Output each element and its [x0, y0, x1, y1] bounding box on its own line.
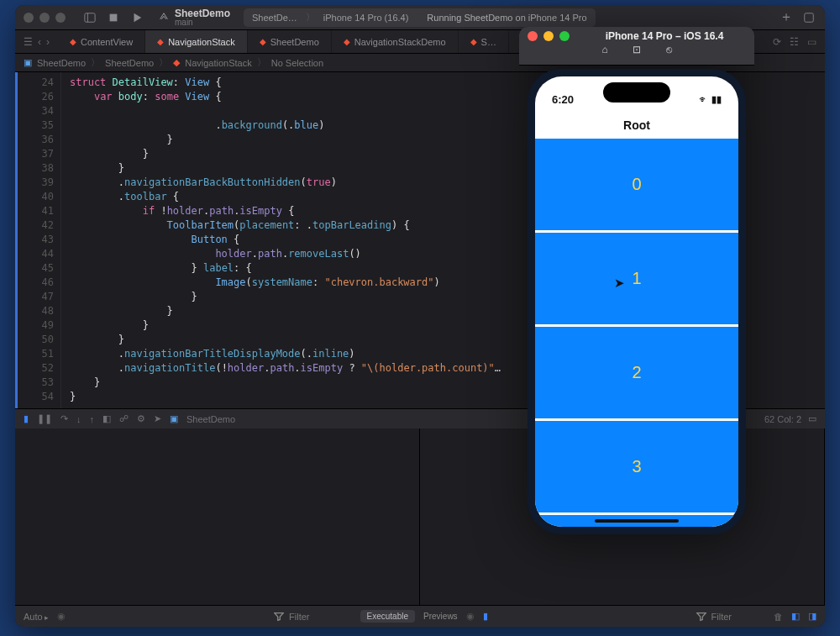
cursor-position: 62 Col: 2 ▭	[764, 413, 816, 424]
file-tab[interactable]: ◆ NavigationStack	[145, 30, 248, 53]
swift-icon: ◆	[173, 57, 180, 68]
variables-view[interactable]	[15, 428, 420, 605]
eye-icon[interactable]: ◉	[466, 611, 475, 622]
view-debug-icon[interactable]: ◧	[102, 413, 111, 424]
run-status: Running SheetDemo on iPhone 14 Pro	[427, 13, 586, 23]
editor-options: ⟳ ☷ ▭	[764, 30, 825, 53]
library-icon[interactable]	[801, 10, 816, 25]
stop-button[interactable]	[106, 10, 121, 25]
cursor-position-label: 62 Col: 2	[764, 414, 801, 424]
tab-label: NavigationStack	[168, 37, 235, 47]
sim-traffic-lights[interactable]	[528, 31, 570, 41]
breadcrumb-item[interactable]: No Selection	[271, 58, 323, 68]
pause-icon[interactable]: ❚❚	[37, 413, 52, 424]
debug-active-icon[interactable]: ▮	[24, 413, 29, 424]
bottom-bar: Auto ◉ Filter Executable Previews ◉ ▮ Fi…	[15, 605, 825, 627]
inspector-toggle-icon[interactable]: ▭	[807, 36, 816, 48]
refresh-icon[interactable]: ⟳	[773, 36, 781, 48]
step-out-icon[interactable]: ↑	[90, 414, 95, 424]
filter-label: Filter	[711, 612, 732, 622]
window-traffic-lights[interactable]	[24, 13, 66, 23]
run-button[interactable]	[129, 10, 144, 25]
chevron-right-icon: 〉	[306, 11, 315, 24]
minimap-icon[interactable]: ▭	[808, 413, 816, 424]
swift-icon: ◆	[344, 37, 350, 46]
swift-icon: ◆	[470, 37, 477, 46]
split-right-icon[interactable]: ◨	[808, 611, 816, 622]
metrics-icon[interactable]: ▮	[483, 611, 488, 622]
breadcrumb-item[interactable]: NavigationStack	[185, 58, 252, 68]
zoom-icon[interactable]	[559, 31, 570, 41]
simulator-title: iPhone 14 Pro – iOS 16.4	[583, 30, 746, 42]
minimize-icon[interactable]	[543, 31, 554, 41]
wifi-icon: ᯤ	[699, 94, 708, 104]
close-icon[interactable]	[528, 31, 538, 41]
home-indicator	[595, 519, 679, 523]
trash-icon[interactable]: 🗑	[774, 612, 783, 622]
tab-label: ContentView	[81, 37, 133, 47]
file-tab[interactable]: ◆ S…	[459, 30, 509, 53]
console-filter[interactable]: Filter	[696, 612, 732, 622]
row-label: 2	[632, 363, 641, 382]
tab-label: S…	[481, 37, 496, 47]
scheme-label: SheetDe…	[252, 13, 297, 23]
list-row[interactable]: 0	[535, 139, 738, 230]
file-tab[interactable]: ◆ SheetDemo	[248, 30, 332, 53]
run-destination[interactable]: SheetDe… 〉 iPhone 14 Pro (16.4) Running …	[244, 8, 596, 27]
simulator-titlebar[interactable]: iPhone 14 Pro – iOS 16.4 ⌂ ⊡ ⎋	[519, 27, 754, 66]
battery-icon: ▮▮	[711, 94, 722, 105]
simulator-window: iPhone 14 Pro – iOS 16.4 ⌂ ⊡ ⎋ 6:20 ᯤ ▮▮…	[519, 27, 754, 534]
phone-frame: 6:20 ᯤ ▮▮ Root 0 1 2 3	[528, 69, 746, 534]
dynamic-island	[603, 82, 670, 102]
env-overrides-icon[interactable]: ⚙	[137, 413, 145, 424]
debug-target[interactable]: SheetDemo	[186, 414, 235, 424]
related-items-icon[interactable]: ☰	[24, 36, 33, 48]
chevron-right-icon: 〉	[257, 56, 266, 69]
close-icon[interactable]	[24, 13, 34, 23]
list-row[interactable]: 1	[535, 233, 738, 324]
svg-rect-2	[110, 13, 118, 21]
zoom-icon[interactable]	[55, 13, 66, 23]
breadcrumb-item[interactable]: SheetDemo	[105, 58, 154, 68]
forward-icon[interactable]: ›	[46, 36, 50, 48]
eye-icon[interactable]: ◉	[57, 611, 66, 622]
sidebar-toggle-icon[interactable]	[82, 10, 97, 25]
minimize-icon[interactable]	[39, 13, 50, 23]
split-left-icon[interactable]: ◧	[791, 611, 800, 622]
location-icon[interactable]: ➤	[154, 413, 161, 424]
auto-button[interactable]: Auto	[24, 612, 49, 622]
list-row[interactable]: 2	[535, 327, 738, 418]
list-row[interactable]: 3	[535, 421, 738, 512]
swift-icon: ◆	[70, 37, 76, 46]
screenshot-icon[interactable]: ⊡	[630, 44, 643, 55]
funnel-icon	[274, 612, 284, 622]
back-icon[interactable]: ‹	[38, 36, 41, 48]
step-in-icon[interactable]: ↓	[76, 414, 81, 424]
svg-rect-0	[85, 13, 95, 22]
add-icon[interactable]: ＋	[780, 8, 793, 26]
tab-label: NavigationStackDemo	[354, 37, 446, 47]
rotate-icon[interactable]: ⎋	[662, 44, 675, 55]
file-tab[interactable]: ◆ ContentView	[58, 30, 145, 53]
row-label: 3	[632, 457, 641, 476]
nav-title: Root	[535, 115, 738, 139]
variables-filter[interactable]: Filter	[274, 612, 309, 622]
list[interactable]: 0 1 2 3	[535, 139, 738, 527]
editor-layout-icon[interactable]: ☷	[790, 36, 799, 48]
filter-label: Filter	[289, 612, 309, 622]
project-icon: ▣	[24, 57, 32, 68]
scheme-selector[interactable]: SheetDemo main	[153, 7, 235, 29]
app-icon: ▣	[170, 413, 178, 424]
step-over-icon[interactable]: ↷	[60, 413, 68, 424]
home-icon[interactable]: ⌂	[598, 44, 612, 55]
executable-segment[interactable]: Executable	[360, 610, 415, 623]
file-tab[interactable]: ◆ NavigationStackDemo	[332, 30, 459, 53]
project-name: SheetDemo	[175, 8, 230, 18]
breadcrumb-item[interactable]: SheetDemo	[37, 58, 86, 68]
clock-label: 6:20	[552, 93, 574, 106]
chevron-right-icon: 〉	[159, 56, 168, 69]
phone-screen[interactable]: 6:20 ᯤ ▮▮ Root 0 1 2 3	[535, 76, 738, 527]
memory-graph-icon[interactable]: ☍	[119, 413, 129, 424]
previews-segment[interactable]: Previews	[423, 612, 458, 621]
device-label: iPhone 14 Pro (16.4)	[323, 13, 409, 23]
